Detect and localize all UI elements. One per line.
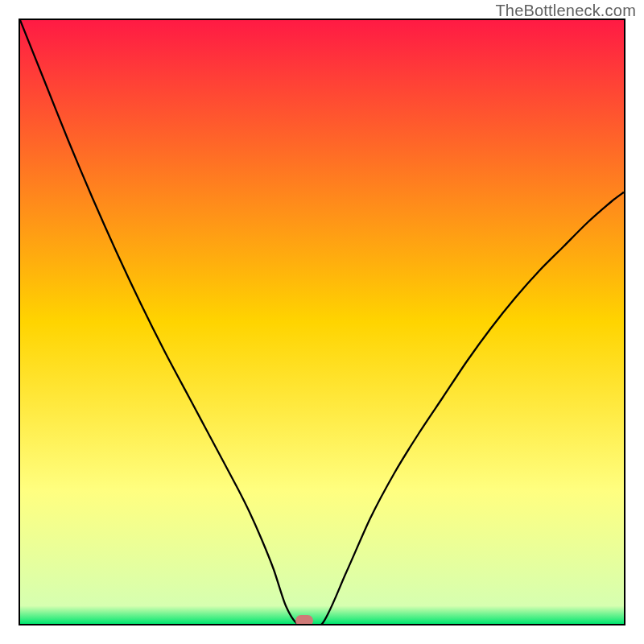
plot-area	[19, 19, 625, 625]
attribution-text: TheBottleneck.com	[495, 2, 636, 20]
optimal-point-marker	[295, 615, 313, 625]
bottleneck-curve	[20, 20, 624, 624]
chart-frame: TheBottleneck.com	[0, 0, 644, 644]
